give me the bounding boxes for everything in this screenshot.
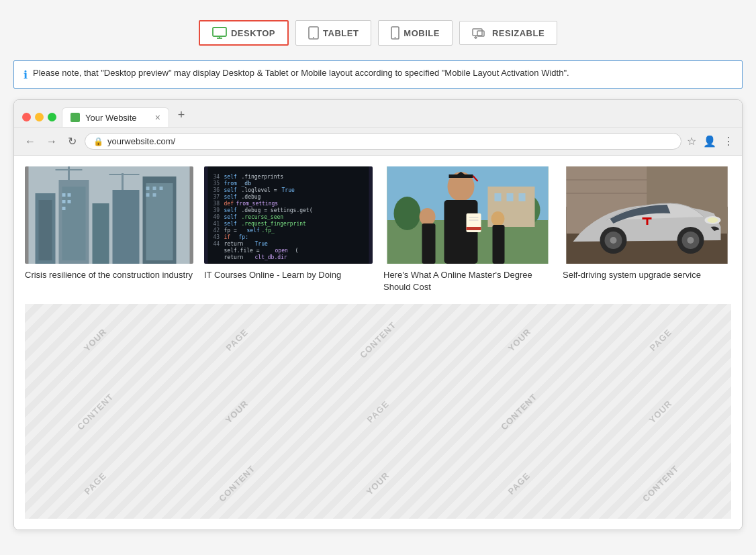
- svg-point-76: [394, 197, 421, 230]
- svg-rect-92: [422, 223, 436, 264]
- article-card[interactable]: 34 35 36 37 38 39 40 41 42 43 44 self .f…: [204, 166, 373, 293]
- mobile-button[interactable]: MOBILE: [378, 20, 453, 46]
- svg-rect-80: [507, 193, 514, 201]
- svg-text:self: self: [224, 207, 237, 213]
- svg-text:return: return: [224, 254, 244, 260]
- traffic-lights: [22, 113, 56, 127]
- svg-text:clt_db.dir: clt_db.dir: [255, 254, 287, 260]
- watermark-text: PAGE: [83, 470, 109, 497]
- svg-rect-18: [146, 183, 173, 260]
- svg-rect-15: [93, 203, 109, 264]
- svg-rect-25: [62, 200, 66, 203]
- address-field[interactable]: 🔒 yourwebsite.com/: [85, 133, 681, 150]
- article-card[interactable]: Self-driving system upgrade service: [563, 166, 731, 293]
- tab-favicon: [70, 113, 80, 122]
- svg-rect-94: [493, 225, 505, 264]
- desktop-icon: [212, 27, 227, 39]
- svg-text:fp:: fp:: [239, 234, 248, 240]
- svg-text:.loglevel =: .loglevel =: [242, 187, 277, 193]
- menu-icon[interactable]: ⋮: [723, 135, 734, 148]
- watermark-text: PAGE: [365, 399, 391, 425]
- svg-rect-32: [153, 193, 156, 197]
- resizable-button[interactable]: RESIZABLE: [459, 21, 557, 45]
- svg-text:.debug = settings.get(: .debug = settings.get(: [242, 207, 313, 213]
- svg-text:self: self: [224, 174, 237, 180]
- svg-point-110: [688, 237, 694, 244]
- svg-rect-23: [62, 193, 66, 197]
- svg-text:.request_fingerprint: .request_fingerprint: [242, 221, 307, 227]
- watermark-grid: YOUR PAGE CONTENT YOUR PAGE CONTENT YOUR…: [25, 304, 731, 519]
- svg-rect-28: [146, 187, 150, 190]
- watermark-text: YOUR: [506, 327, 532, 354]
- svg-text:return: return: [224, 241, 244, 247]
- svg-point-6: [395, 37, 396, 38]
- info-notice-text: Please note, that "Desktop preview" may …: [33, 68, 569, 78]
- svg-text:self: self: [224, 194, 237, 200]
- svg-text:.recurse_seen: .recurse_seen: [242, 214, 284, 220]
- reload-button[interactable]: ↻: [65, 134, 79, 149]
- svg-text:if: if: [224, 234, 231, 240]
- svg-text:self: self: [224, 221, 237, 227]
- svg-text:self: self: [247, 228, 260, 234]
- resizable-label: RESIZABLE: [492, 28, 545, 38]
- article-card[interactable]: Crisis resilience of the construction in…: [25, 166, 193, 293]
- tab-close-button[interactable]: ×: [155, 112, 160, 123]
- svg-text:.fp_: .fp_: [262, 228, 275, 234]
- address-url: yourwebsite.com/: [107, 136, 175, 146]
- svg-point-107: [610, 237, 617, 244]
- bookmark-icon[interactable]: ☆: [687, 135, 696, 148]
- svg-rect-14: [62, 187, 86, 260]
- watermark-text: CONTENT: [499, 391, 539, 432]
- svg-text:.debug: .debug: [242, 194, 261, 200]
- watermark-text: CONTENT: [358, 320, 398, 360]
- svg-rect-16: [113, 190, 140, 264]
- svg-text:True: True: [282, 187, 295, 193]
- svg-rect-27: [62, 207, 66, 210]
- back-button[interactable]: ←: [22, 134, 38, 149]
- svg-text:open: open: [275, 248, 288, 254]
- watermark-text: CONTENT: [217, 463, 257, 503]
- browser-header: Your Website × +: [14, 100, 742, 128]
- tab-title: Your Website: [85, 113, 137, 123]
- traffic-light-yellow[interactable]: [35, 113, 44, 121]
- svg-text:34: 34: [214, 174, 220, 180]
- watermark-text: YOUR: [647, 398, 674, 425]
- article-card[interactable]: Here's What A Online Master's Degree Sho…: [383, 166, 552, 293]
- svg-text:(: (: [295, 248, 299, 254]
- svg-point-93: [491, 211, 505, 226]
- browser-mockup: Your Website × + ← → ↻ 🔒 yourwebsite.com…: [13, 99, 743, 530]
- tablet-button[interactable]: TABLET: [295, 20, 371, 46]
- resizable-icon: [472, 27, 488, 39]
- traffic-light-green[interactable]: [48, 113, 56, 121]
- device-selector-bar: DESKTOP TABLET MOBILE: [13, 13, 743, 52]
- lock-icon: 🔒: [93, 137, 103, 146]
- svg-point-102: [708, 217, 718, 223]
- svg-rect-30: [160, 187, 163, 190]
- svg-text:.fingerprints: .fingerprints: [242, 174, 284, 180]
- svg-text:36: 36: [214, 187, 220, 193]
- article-title: Self-driving system upgrade service: [563, 269, 731, 281]
- article-title: Crisis resilience of the construction in…: [25, 269, 193, 281]
- svg-text:self: self: [224, 214, 237, 220]
- svg-rect-26: [68, 200, 71, 203]
- tablet-icon: [308, 26, 319, 40]
- svg-rect-79: [495, 193, 502, 201]
- article-title: IT Courses Online - Learn by Doing: [204, 269, 373, 281]
- browser-tab[interactable]: Your Website ×: [62, 107, 169, 127]
- svg-text:39: 39: [214, 207, 220, 213]
- svg-rect-0: [213, 28, 226, 36]
- watermark-text: YOUR: [224, 398, 250, 425]
- svg-text:from: from: [224, 181, 237, 187]
- account-icon[interactable]: 👤: [703, 135, 716, 148]
- traffic-light-red[interactable]: [22, 113, 31, 121]
- svg-rect-90: [467, 227, 481, 230]
- browser-content: Crisis resilience of the construction in…: [14, 156, 742, 529]
- forward-button[interactable]: →: [44, 134, 60, 149]
- watermark-text: PAGE: [224, 327, 250, 353]
- svg-rect-24: [68, 193, 71, 197]
- svg-rect-29: [153, 187, 156, 190]
- desktop-button[interactable]: DESKTOP: [199, 20, 289, 46]
- article-title: Here's What A Online Master's Degree Sho…: [383, 269, 552, 293]
- svg-text:37: 37: [214, 194, 220, 200]
- new-tab-button[interactable]: +: [172, 105, 191, 124]
